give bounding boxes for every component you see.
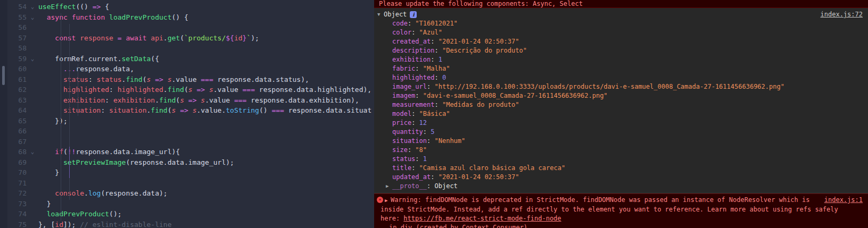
code-text: });	[38, 116, 374, 126]
code-token: exhibition	[113, 96, 155, 104]
line-number[interactable]: 54	[7, 2, 27, 12]
indent-guide	[78, 64, 78, 116]
line-number[interactable]: 58	[7, 43, 27, 54]
code-token: id	[234, 34, 243, 42]
colon: :	[411, 164, 419, 172]
code-line: 74 loadPrevProduct();	[7, 209, 374, 219]
line-number[interactable]: 68	[7, 147, 27, 157]
fold-spacer	[27, 74, 38, 85]
line-number[interactable]: 73	[7, 199, 27, 209]
code-token	[38, 75, 63, 83]
property-key: created_at	[392, 38, 431, 45]
line-number[interactable]: 69	[7, 157, 27, 168]
fold-chevron-icon[interactable]: ⌄	[27, 54, 38, 64]
line-number[interactable]: 67	[7, 137, 27, 147]
code-text: exhibition: exhibition.find(s => s.value…	[38, 95, 374, 106]
property-value: "Azul"	[419, 29, 442, 36]
code-token: setData	[122, 55, 151, 63]
line-number[interactable]: 60	[7, 64, 27, 74]
code-token: ===	[243, 86, 255, 94]
line-number[interactable]: 61	[7, 74, 27, 85]
code-token: response.data.highlighted),	[255, 86, 371, 94]
code-editor[interactable]: 54⌄useEffect(() => {55⌄ async function l…	[0, 0, 374, 228]
proto-row: ▶ __proto__ : Object	[374, 182, 863, 191]
line-number[interactable]: 55	[7, 12, 27, 23]
code-token: log	[88, 189, 101, 197]
code-token	[205, 86, 209, 94]
line-number[interactable]: 75	[7, 219, 27, 228]
code-line: 54⌄useEffect(() => {	[7, 2, 374, 12]
object-property-row: fabric: "Malha"	[374, 64, 863, 73]
code-token: setPreviewImage	[63, 158, 126, 166]
code-line: 65 });	[7, 116, 374, 126]
code-line: 67	[7, 137, 374, 147]
colon: :	[408, 20, 415, 27]
error-icon: ✕	[377, 197, 383, 203]
fold-chevron-icon[interactable]: ⌄	[27, 2, 38, 12]
object-property-row: imagem: "davi-e-samuel_0008_Camada-27-16…	[374, 91, 863, 100]
expand-triangle-icon[interactable]: ▶	[386, 182, 392, 191]
line-number[interactable]: 74	[7, 209, 27, 219]
line-number[interactable]: 57	[7, 33, 27, 44]
object-property-row: description: "Descrição do produto"	[374, 46, 863, 55]
line-number[interactable]: 65	[7, 116, 27, 126]
error-message-line4: in div (created by Context.Consumer)	[374, 223, 863, 228]
line-number[interactable]: 64	[7, 105, 27, 116]
code-token: =>	[180, 106, 188, 114]
editor-scroll-thumb[interactable]	[2, 66, 5, 85]
property-key: fabric	[392, 65, 415, 72]
line-number[interactable]: 59	[7, 54, 27, 64]
code-token: .value	[213, 86, 243, 94]
line-number[interactable]: 66	[7, 126, 27, 137]
line-number[interactable]: 56	[7, 22, 27, 33]
code-line: 56	[7, 22, 374, 33]
code-token: }, [	[38, 221, 55, 228]
code-line: 73 }	[7, 199, 374, 209]
code-token: .	[163, 86, 168, 94]
line-number[interactable]: 70	[7, 167, 27, 178]
code-token: highlighted	[118, 86, 163, 94]
fold-chevron-icon[interactable]: ⌄	[27, 12, 38, 23]
fold-spacer	[27, 95, 38, 106]
code-token: response	[80, 34, 113, 42]
info-icon[interactable]: i	[410, 11, 417, 18]
code-token: {	[101, 3, 109, 11]
code-line: 61 status: status.find(s => s.value === …	[7, 74, 374, 85]
property-value: "Nenhum"	[434, 137, 465, 145]
object-property-row: measurement: "Medidas do produto"	[374, 100, 863, 109]
code-text	[38, 137, 374, 147]
expand-triangle-icon[interactable]: ▶	[385, 196, 391, 205]
editor-left-rail	[0, 0, 7, 228]
line-number[interactable]: 71	[7, 178, 27, 189]
line-number[interactable]: 63	[7, 95, 27, 106]
error-source-link[interactable]: index.js:1	[820, 196, 863, 205]
error-help-link[interactable]: https://fb.me/react-strict-mode-find-nod…	[403, 215, 561, 222]
property-key: color	[392, 29, 411, 36]
code-token: ();	[109, 210, 121, 218]
source-link[interactable]: index.js:72	[821, 10, 863, 19]
devtools-console[interactable]: Please update the following components: …	[374, 0, 868, 228]
code-token: response.data.status),	[213, 75, 309, 83]
line-number[interactable]: 62	[7, 85, 27, 95]
colon: :	[415, 92, 423, 99]
property-value: "Básica"	[419, 110, 450, 117]
line-number[interactable]: 72	[7, 188, 27, 199]
code-token: find	[159, 96, 176, 104]
code-token: s	[209, 86, 213, 94]
code-token: loadPrevProduct	[47, 210, 109, 218]
property-key: exhibition	[392, 56, 431, 63]
code-line: 70 }	[7, 167, 374, 178]
code-token: () {	[171, 13, 188, 21]
collapse-triangle-icon[interactable]: ▼	[377, 10, 384, 19]
code-text: situation: situation.find(s => s.value.t…	[38, 105, 374, 116]
code-token: (response.data);	[101, 189, 167, 197]
fold-spacer	[27, 209, 38, 219]
code-token: (	[176, 96, 180, 104]
property-key: quantity	[392, 128, 423, 136]
fold-chevron-icon[interactable]: ⌄	[27, 147, 38, 157]
code-token: async	[47, 13, 68, 21]
colon: :	[427, 83, 434, 90]
object-property-row: title: "Camisa azul claro básica gola ca…	[374, 164, 863, 173]
code-token: (response.data.image_url);	[126, 158, 234, 166]
code-token: s	[180, 96, 184, 104]
